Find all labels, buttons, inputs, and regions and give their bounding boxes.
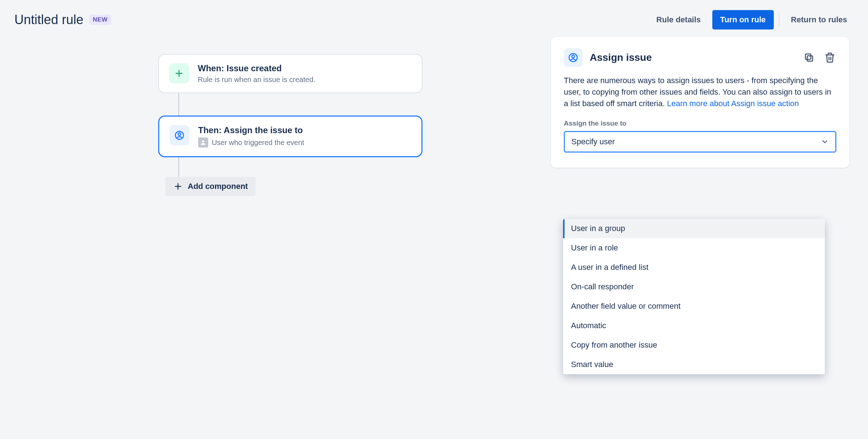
assign-select[interactable]: Specify user [564, 131, 836, 153]
assign-field-label: Assign the issue to [564, 119, 836, 127]
assign-dropdown: User in a group User in a role A user in… [563, 219, 825, 374]
unknown-user-icon [198, 137, 208, 148]
plus-icon [169, 63, 189, 83]
delete-button[interactable] [823, 51, 836, 64]
dropdown-option[interactable]: Smart value [563, 355, 825, 374]
add-component-label: Add component [188, 182, 248, 191]
svg-rect-9 [807, 56, 813, 61]
dropdown-option[interactable]: Copy from another issue [563, 335, 825, 355]
dropdown-option[interactable]: User in a role [563, 238, 825, 258]
action-title: Then: Assign the issue to [198, 125, 304, 135]
action-config-panel: Assign issue There are numerous ways to … [551, 37, 849, 168]
assignee-icon [169, 125, 189, 145]
action-subtitle-row: User who triggered the event [198, 137, 304, 148]
dropdown-option[interactable]: Automatic [563, 316, 825, 335]
new-badge: NEW [89, 15, 111, 25]
plus-icon [173, 182, 183, 191]
panel-header: Assign issue [564, 48, 836, 67]
svg-point-3 [178, 133, 181, 136]
learn-more-link[interactable]: Learn more about Assign issue action [667, 99, 799, 108]
assignee-icon [564, 48, 583, 67]
header-left: Untitled rule NEW [14, 12, 111, 27]
canvas: When: Issue created Rule is run when an … [0, 37, 868, 439]
duplicate-button[interactable] [803, 51, 816, 64]
divider [779, 13, 780, 27]
dropdown-option[interactable]: On-call responder [563, 277, 825, 297]
action-card[interactable]: Then: Assign the issue to User who trigg… [158, 116, 422, 157]
panel-title: Assign issue [590, 52, 795, 63]
assign-select-value: Specify user [571, 137, 615, 146]
dropdown-option[interactable]: User in a group [563, 219, 825, 238]
panel-description: There are numerous ways to assign issues… [564, 75, 836, 109]
trigger-title: When: Issue created [198, 63, 315, 73]
flow-column: When: Issue created Rule is run when an … [158, 54, 422, 196]
svg-point-4 [202, 140, 204, 142]
add-component-button[interactable]: Add component [165, 177, 256, 196]
action-text: Then: Assign the issue to User who trigg… [198, 125, 304, 148]
copy-icon [804, 52, 814, 63]
flow-connector [178, 93, 179, 116]
action-subtitle: User who triggered the event [212, 139, 304, 147]
header-right: Rule details Turn on rule Return to rule… [650, 10, 854, 30]
trigger-card[interactable]: When: Issue created Rule is run when an … [158, 54, 422, 93]
chevron-down-icon [821, 138, 829, 146]
turn-on-rule-button[interactable]: Turn on rule [712, 10, 774, 30]
return-to-rules-button[interactable]: Return to rules [785, 11, 854, 29]
dropdown-option[interactable]: A user in a defined list [563, 258, 825, 277]
page-header: Untitled rule NEW Rule details Turn on r… [0, 0, 868, 37]
svg-rect-10 [805, 54, 811, 59]
rule-details-button[interactable]: Rule details [650, 11, 707, 29]
svg-point-8 [572, 55, 575, 58]
trigger-text: When: Issue created Rule is run when an … [198, 63, 315, 84]
flow-connector [178, 157, 179, 177]
trigger-subtitle: Rule is run when an issue is created. [198, 76, 315, 84]
rule-title[interactable]: Untitled rule [14, 12, 83, 27]
trash-icon [824, 52, 835, 63]
panel-actions [803, 51, 836, 64]
dropdown-option[interactable]: Another field value or comment [563, 297, 825, 316]
